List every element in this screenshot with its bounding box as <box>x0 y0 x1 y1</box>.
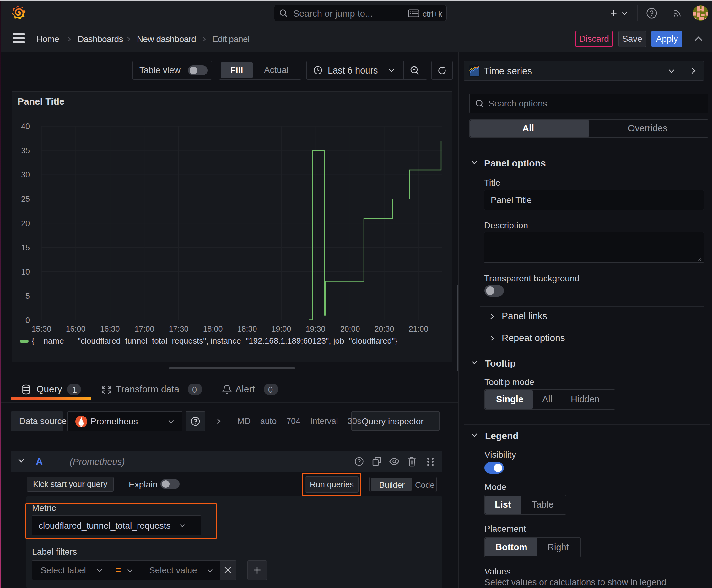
svg-text:25: 25 <box>21 194 30 203</box>
svg-text:35: 35 <box>21 146 30 155</box>
svg-text:19:00: 19:00 <box>272 324 291 333</box>
svg-text:20: 20 <box>21 219 30 228</box>
svg-text:{__name__="cloudflared_tunnel_: {__name__="cloudflared_tunnel_total_requ… <box>32 336 397 345</box>
svg-text:15:30: 15:30 <box>32 324 51 333</box>
svg-text:0: 0 <box>25 316 30 324</box>
svg-text:16:30: 16:30 <box>100 324 120 333</box>
svg-text:40: 40 <box>21 122 30 131</box>
svg-text:17:30: 17:30 <box>169 324 189 333</box>
svg-text:17:00: 17:00 <box>135 324 154 333</box>
svg-text:16:00: 16:00 <box>66 324 86 333</box>
svg-text:21:00: 21:00 <box>409 324 429 333</box>
svg-text:30: 30 <box>21 170 30 179</box>
svg-text:5: 5 <box>25 292 30 300</box>
svg-text:20:30: 20:30 <box>374 324 394 333</box>
svg-text:18:00: 18:00 <box>203 324 223 333</box>
svg-text:10: 10 <box>21 267 30 276</box>
svg-text:15: 15 <box>21 243 30 252</box>
svg-text:19:30: 19:30 <box>306 324 326 333</box>
svg-text:20:00: 20:00 <box>340 324 360 333</box>
svg-text:18:30: 18:30 <box>237 324 257 333</box>
